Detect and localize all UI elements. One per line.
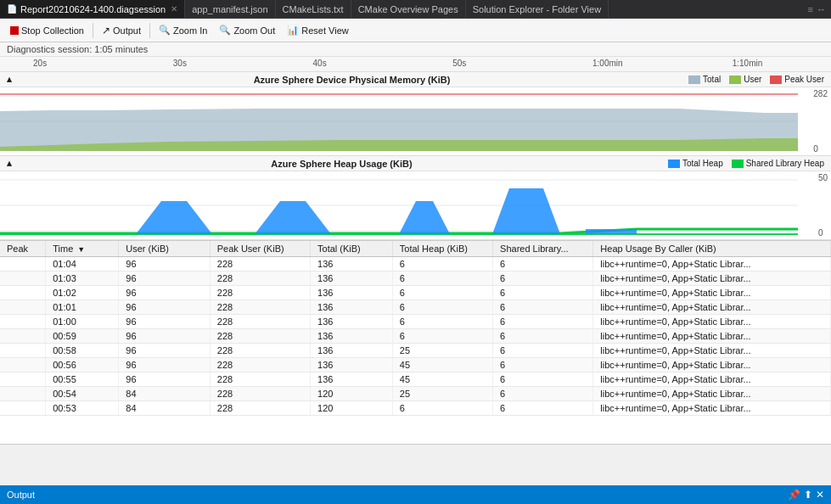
table-row[interactable]: 00:5696228136456libc++runtime=0, App+Sta… [0,358,831,372]
table-row[interactable]: 00:538422812066libc++runtime=0, App+Stat… [0,401,831,416]
table-cell [0,257,46,272]
table-cell: 84 [119,401,211,416]
table-cell [0,372,46,387]
table-cell: 136 [311,358,393,372]
table-cell: 6 [493,257,593,272]
tab-cmakelists[interactable]: CMakeLists.txt [276,0,351,18]
col-shared-lib[interactable]: Shared Library... [493,241,593,257]
pin-icon[interactable]: 📌 [788,489,800,501]
col-peak[interactable]: Peak [0,241,46,257]
tab-diagsession[interactable]: 📄 Report20210624-1400.diagsession ✕ [0,0,185,18]
table-cell: 96 [119,344,211,358]
legend-user-swatch [729,76,741,84]
table-cell: 136 [311,257,393,272]
table-body: 01:049622813666libc++runtime=0, App+Stat… [0,257,831,416]
zoom-out-button[interactable]: 🔍 Zoom Out [214,23,280,37]
table-cell: libc++runtime=0, App+Static Librar... [593,358,831,372]
col-user[interactable]: User (KiB) [119,241,211,257]
table-cell: 136 [311,372,393,387]
tab-icon: 📄 [7,4,17,14]
toolbar: Stop Collection ↗ Output 🔍 Zoom In 🔍 Zoo… [0,19,831,42]
tab-menu-icon[interactable]: ≡ [808,4,813,14]
sort-arrow: ▼ [77,245,85,254]
tab-manifest[interactable]: app_manifest.json [185,0,275,18]
reset-view-label: Reset View [301,25,348,36]
table-cell: 228 [210,315,310,329]
tab-split-icon[interactable]: ↔ [817,4,826,14]
table-cell: 00:53 [46,401,119,416]
legend-total-label: Total [703,75,721,84]
table-cell: 00:54 [46,387,119,401]
chart2-panel: ▴ Azure Sphere Heap Usage (KiB) Total He… [0,156,831,240]
table-cell: 6 [392,300,492,315]
time-ruler: 20s 30s 40s 50s 1:00min 1:10min [0,57,831,72]
chart1-collapse-icon[interactable]: ▴ [7,74,12,85]
col-peak-user[interactable]: Peak User (KiB) [210,241,310,257]
table-scroll[interactable]: Peak Time ▼ User (KiB) Peak User (KiB) T… [0,241,831,445]
table-cell: 6 [392,401,492,416]
table-row[interactable]: 00:5896228136256libc++runtime=0, App+Sta… [0,344,831,358]
table-cell: 45 [392,372,492,387]
tab-close[interactable]: ✕ [171,4,177,14]
table-row[interactable]: 01:029622813666libc++runtime=0, App+Stat… [0,286,831,300]
col-total[interactable]: Total (KiB) [311,241,393,257]
table-row[interactable]: 01:019622813666libc++runtime=0, App+Stat… [0,300,831,315]
reset-view-button[interactable]: 📊 Reset View [282,23,353,37]
table-row[interactable]: 00:599622813666libc++runtime=0, App+Stat… [0,329,831,344]
table-row[interactable]: 01:049622813666libc++runtime=0, App+Stat… [0,257,831,272]
tab-label: Report20210624-1400.diagsession [20,4,166,14]
stop-collection-button[interactable]: Stop Collection [5,24,89,37]
table-row[interactable]: 00:5484228120256libc++runtime=0, App+Sta… [0,387,831,401]
zoom-in-button[interactable]: 🔍 Zoom In [154,23,212,37]
table-cell: 6 [392,272,492,286]
table-cell: 01:02 [46,286,119,300]
table-cell: libc++runtime=0, App+Static Librar... [593,401,831,416]
table-cell: 136 [311,300,393,315]
table-cell: 96 [119,257,211,272]
table-cell: 96 [119,329,211,344]
table-cell [0,358,46,372]
table-cell: 96 [119,286,211,300]
table-cell: libc++runtime=0, App+Static Librar... [593,344,831,358]
tab-cmake-overview[interactable]: CMake Overview Pages [351,0,466,18]
table-cell: 96 [119,315,211,329]
table-cell [0,387,46,401]
table-cell: 228 [210,387,310,401]
chart2-svg [0,171,798,239]
tab-label: app_manifest.json [192,4,267,14]
close-panel-icon[interactable]: ✕ [816,489,824,501]
stop-label: Stop Collection [21,25,84,36]
table-header: Peak Time ▼ User (KiB) Peak User (KiB) T… [0,241,831,257]
table-cell [0,344,46,358]
col-time[interactable]: Time ▼ [46,241,119,257]
col-total-heap[interactable]: Total Heap (KiB) [392,241,492,257]
table-cell: 120 [311,401,393,416]
tab-solution-explorer[interactable]: Solution Explorer - Folder View [466,0,609,18]
table-cell: 6 [493,315,593,329]
table-cell: 6 [493,387,593,401]
table-cell: 136 [311,344,393,358]
svg-rect-17 [586,229,637,234]
expand-icon[interactable]: ⬆ [804,489,812,501]
table-cell: 228 [210,257,310,272]
table-cell: 01:00 [46,315,119,329]
table-row[interactable]: 01:039622813666libc++runtime=0, App+Stat… [0,272,831,286]
legend-total-swatch [688,76,700,84]
legend-total-heap-swatch [668,160,680,168]
table-cell: 228 [210,372,310,387]
table-cell: 25 [392,387,492,401]
table-row[interactable]: 00:5596228136456libc++runtime=0, App+Sta… [0,372,831,387]
table-cell [0,401,46,416]
table-area: Peak Time ▼ User (KiB) Peak User (KiB) T… [0,241,831,445]
chart2-collapse-icon[interactable]: ▴ [7,158,12,169]
col-heap-caller[interactable]: Heap Usage By Caller (KiB) [593,241,831,257]
legend-total-heap: Total Heap [668,159,723,168]
output-button[interactable]: ↗ Output [97,23,146,38]
table-row[interactable]: 01:009622813666libc++runtime=0, App+Stat… [0,315,831,329]
table-cell: 228 [210,344,310,358]
chart1-svg [0,87,798,155]
bottom-panel-actions: 📌 ⬆ ✕ [788,489,824,501]
table-cell: 96 [119,358,211,372]
table-cell: 228 [210,272,310,286]
table-cell: 6 [493,300,593,315]
